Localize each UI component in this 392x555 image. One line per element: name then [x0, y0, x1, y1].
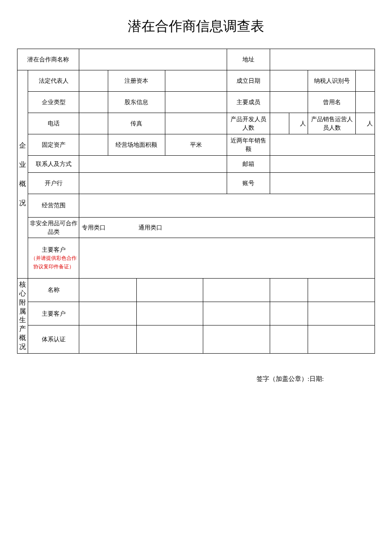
- field-prod-cust-5[interactable]: [308, 302, 375, 325]
- customer-note: （并请提供彩色合作协议复印件备证）: [31, 255, 77, 270]
- field-biz-scope[interactable]: [79, 194, 375, 218]
- survey-table: 潜在合作商名称 地址 企 业 概 况 法定代表人 注册资本 成立日期 纳税人识别…: [17, 49, 375, 354]
- cat-general: 通用类口: [138, 224, 162, 231]
- field-tax-id[interactable]: [356, 70, 375, 92]
- field-fixed-assets[interactable]: [79, 134, 108, 156]
- label-email: 邮箱: [227, 156, 270, 173]
- unit-people-1: 人: [289, 113, 308, 134]
- label-site-area: 经营场地面积额: [108, 134, 165, 156]
- field-contact[interactable]: [79, 156, 227, 173]
- label-found-date: 成立日期: [227, 70, 270, 92]
- field-prod-cert-3[interactable]: [203, 325, 270, 353]
- field-email[interactable]: [270, 156, 375, 173]
- field-categories[interactable]: 专用类口 通用类口: [79, 218, 375, 238]
- label-address: 地址: [227, 49, 270, 70]
- date-label: 日期:: [309, 375, 324, 382]
- label-prod-name: 名称: [28, 279, 79, 302]
- field-former-name[interactable]: [356, 92, 375, 113]
- field-account[interactable]: [270, 173, 375, 194]
- field-recent-sales[interactable]: [270, 134, 375, 156]
- field-fax[interactable]: [165, 113, 227, 134]
- label-sales-staff: 产品销售运营人员人数: [308, 113, 356, 134]
- field-prod-cust-3[interactable]: [203, 302, 270, 325]
- field-prod-cust-1[interactable]: [79, 302, 136, 325]
- field-prod-name-1[interactable]: [79, 279, 136, 302]
- field-prod-cert-4[interactable]: [270, 325, 308, 353]
- field-bank[interactable]: [79, 173, 227, 194]
- field-found-date[interactable]: [270, 70, 308, 92]
- field-prod-cust-2[interactable]: [136, 302, 203, 325]
- page-title: 潜在合作商信息调查表: [17, 17, 375, 36]
- field-enterprise-type[interactable]: [79, 92, 108, 113]
- field-prod-name-3[interactable]: [203, 279, 270, 302]
- label-prod-customers: 主要客户: [28, 302, 79, 325]
- label-contact: 联系人及方式: [28, 156, 79, 173]
- label-phone: 电话: [28, 113, 79, 134]
- field-prod-cust-4[interactable]: [270, 302, 308, 325]
- field-prod-name-2[interactable]: [136, 279, 203, 302]
- label-prod-cert: 体系认证: [28, 325, 79, 353]
- signature-line: 签字（加盖公章）:日期:: [17, 375, 375, 383]
- label-partner-name: 潜在合作商名称: [17, 49, 79, 70]
- label-categories: 非安全用品可合作品类: [28, 218, 79, 238]
- label-dev-staff: 产品开发人员人数: [227, 113, 270, 134]
- field-prod-name-4[interactable]: [270, 279, 308, 302]
- label-shareholder: 股东信息: [108, 92, 165, 113]
- field-site-area: 平米: [165, 134, 227, 156]
- label-legal-rep: 法定代表人: [28, 70, 79, 92]
- section-enterprise: 企 业 概 况: [17, 70, 28, 279]
- label-recent-sales: 近两年年销售额: [227, 134, 270, 156]
- section-production: 核心附属生产概况: [17, 279, 28, 353]
- field-prod-cert-1[interactable]: [79, 325, 136, 353]
- field-legal-rep[interactable]: [79, 70, 108, 92]
- label-reg-capital: 注册资本: [108, 70, 165, 92]
- field-shareholder[interactable]: [165, 92, 227, 113]
- label-bank: 开户行: [28, 173, 79, 194]
- label-main-customers: 主要客户 （并请提供彩色合作协议复印件备证）: [28, 238, 79, 279]
- label-fax: 传真: [108, 113, 165, 134]
- cat-special: 专用类口: [82, 224, 106, 231]
- field-reg-capital[interactable]: [165, 70, 227, 92]
- field-main-customers[interactable]: [79, 238, 375, 279]
- label-former-name: 曾用名: [308, 92, 356, 113]
- field-prod-cert-2[interactable]: [136, 325, 203, 353]
- field-dev-staff[interactable]: [270, 113, 289, 134]
- label-enterprise-type: 企业类型: [28, 92, 79, 113]
- field-address[interactable]: [270, 49, 375, 70]
- label-main-members: 主要成员: [227, 92, 270, 113]
- label-biz-scope: 经营范围: [28, 194, 79, 218]
- signature-label: 签字（加盖公章）:: [257, 375, 309, 382]
- label-account: 账号: [227, 173, 270, 194]
- field-prod-cert-5[interactable]: [308, 325, 375, 353]
- field-partner-name[interactable]: [79, 49, 227, 70]
- label-fixed-assets: 固定资产: [28, 134, 79, 156]
- unit-people-2: 人: [356, 113, 375, 134]
- field-prod-name-5[interactable]: [308, 279, 375, 302]
- label-tax-id: 纳税人识别号: [308, 70, 356, 92]
- field-phone[interactable]: [79, 113, 108, 134]
- field-main-members[interactable]: [270, 92, 308, 113]
